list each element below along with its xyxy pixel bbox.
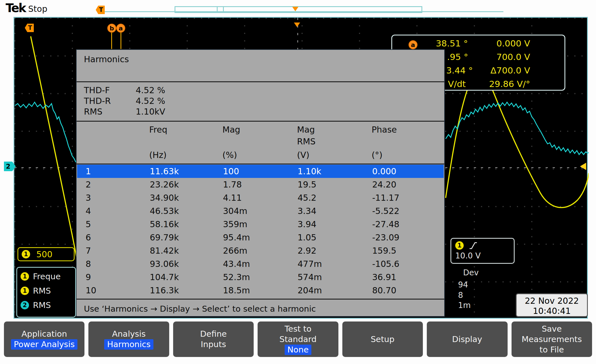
col-unit-magrms: (V)	[297, 150, 309, 160]
col-unit-mag: (%)	[222, 150, 237, 160]
softkey-test-to-standard[interactable]: Test to Standard None	[258, 321, 338, 357]
measurement-item: 1 RMS	[21, 286, 75, 296]
harmonic-freq: 11.63k	[150, 166, 223, 176]
datetime-box: 22 Nov 2022 10:40:41	[516, 293, 588, 317]
ch1-scale-box: 1 500	[17, 247, 75, 261]
softkey-value: Power Analysis	[11, 339, 77, 350]
harmonic-row[interactable]: 8 93.06k 43.4m 477m -105.6	[77, 257, 444, 271]
softkey-save-measurements[interactable]: Save Measurements to File	[512, 321, 592, 357]
harmonic-index: 2	[86, 180, 150, 189]
harmonic-index: 7	[86, 246, 150, 256]
softkey-label: Setup	[371, 334, 394, 345]
overview-tick	[223, 7, 224, 12]
cursor-value: 700.0 V	[460, 52, 530, 62]
harmonic-mag: 1.78	[223, 180, 298, 189]
col-header-magrms: RMS	[297, 137, 316, 146]
trigger-level-value: 10.0 V	[455, 251, 514, 260]
softkey-display[interactable]: Display	[427, 321, 507, 357]
harmonic-index: 8	[86, 259, 150, 269]
softkey-analysis[interactable]: Analysis Harmonics	[88, 321, 169, 357]
ch1-badge: 1	[22, 250, 30, 258]
softkey-label: Test to	[285, 324, 311, 334]
harmonic-freq: 93.06k	[150, 259, 223, 269]
softkey-label: Standard	[280, 334, 317, 345]
harmonic-magrms: 1.10k	[298, 166, 372, 176]
trigger-level-arrow-icon[interactable]	[580, 163, 586, 170]
harmonic-phase: 80.70	[372, 285, 444, 295]
softkey-label: Application	[21, 329, 67, 339]
trigger-tag-icon[interactable]: T	[96, 6, 105, 14]
harmonic-mag: 52.3m	[223, 272, 298, 282]
harmonic-row[interactable]: 7 81.42k 266m 2.92 159.5	[77, 244, 444, 257]
rms-label: RMS	[84, 107, 102, 117]
clipped-stat-text: 8	[458, 291, 463, 300]
col-header-magrms: Mag	[297, 125, 315, 135]
zoom-window-indicator[interactable]	[175, 6, 422, 13]
harmonic-mag: 359m	[223, 219, 298, 229]
harmonic-freq: 34.90k	[150, 193, 223, 203]
harmonic-freq: 23.26k	[150, 180, 223, 189]
softkey-label: Define	[200, 329, 227, 339]
ch1-scale-value: 500	[36, 249, 52, 259]
harmonic-magrms: 19.5	[298, 180, 372, 189]
cursor-b-line[interactable]	[111, 33, 112, 49]
clipped-stat-text: 1m	[458, 301, 471, 310]
softkey-value: Harmonics	[104, 339, 153, 350]
waveform-ch1	[446, 70, 589, 207]
measurement-item: 1 Freque	[21, 272, 75, 281]
cursor-a-marker[interactable]: a	[116, 24, 125, 33]
softkey-define-inputs[interactable]: Define Inputs	[173, 321, 254, 357]
harmonic-phase: -5.522	[372, 206, 444, 216]
harmonic-row[interactable]: 5 58.16k 359m 3.94 -27.48	[77, 218, 444, 231]
time-text: 10:40:41	[517, 306, 587, 316]
col-header-mag: Mag	[222, 125, 240, 135]
harmonic-freq: 58.16k	[150, 219, 223, 229]
harmonic-freq: 69.79k	[150, 233, 223, 242]
harmonic-row[interactable]: 4 46.53k 304m 3.34 -5.522	[77, 204, 444, 218]
harmonic-mag: 4.11	[223, 193, 298, 203]
harmonic-magrms: 574m	[298, 272, 372, 282]
harmonics-table: 1 11.63k 100 1.10k 0.000 2 23.26k 1.78 1…	[77, 165, 444, 297]
col-unit-phase: (°)	[372, 150, 382, 160]
harmonic-row[interactable]: 9 104.7k 52.3m 574m 36.91	[77, 271, 444, 284]
thd-r-value: 4.52 %	[136, 96, 165, 106]
harmonic-index: 5	[86, 219, 150, 229]
harmonic-row[interactable]: 2 23.26k 1.78 19.5 24.20	[77, 178, 444, 191]
softkey-application[interactable]: Application Power Analysis	[4, 321, 84, 357]
harmonic-mag: 43.4m	[223, 259, 298, 269]
harmonic-magrms: 3.94	[298, 219, 372, 229]
harmonic-index: 4	[86, 206, 150, 216]
cursor-value: Δ700.0 V	[460, 65, 530, 75]
harmonic-phase: -105.6	[372, 259, 444, 269]
harmonic-index: 3	[86, 193, 150, 203]
panel-title: Harmonics	[84, 54, 129, 64]
harmonic-row[interactable]: 1 11.63k 100 1.10k 0.000	[77, 165, 444, 178]
cursor-b-marker[interactable]: b	[107, 24, 116, 33]
harmonic-row[interactable]: 3 34.90k 4.11 45.2 -11.17	[77, 191, 444, 204]
softkey-setup[interactable]: Setup	[342, 321, 423, 357]
softkey-label: Measurements	[522, 334, 582, 345]
cursor-a-line[interactable]	[120, 33, 121, 49]
ch1-badge: 1	[21, 272, 29, 281]
divider	[77, 299, 444, 300]
trigger-position-icon[interactable]	[294, 23, 300, 27]
date-text: 22 Nov 2022	[517, 296, 587, 306]
acquisition-status: Stop	[28, 4, 47, 14]
harmonic-magrms: 477m	[298, 259, 372, 269]
harmonic-mag: 304m	[223, 206, 298, 216]
harmonic-row[interactable]: 6 69.79k 95.4m 1.05 -23.09	[77, 231, 444, 244]
harmonic-mag: 100	[223, 166, 298, 176]
trigger-position-icon[interactable]	[292, 7, 298, 11]
harmonic-row[interactable]: 10 116.3k 18.5m 204m 80.70	[77, 284, 444, 297]
col-header-phase: Phase	[372, 125, 397, 135]
tek-logo: Tek	[6, 1, 26, 15]
harmonic-magrms: 2.92	[298, 246, 372, 256]
ch1-badge: 1	[455, 241, 464, 250]
harmonic-mag: 18.5m	[223, 285, 298, 295]
harmonic-mag: 266m	[223, 246, 298, 256]
harmonic-index: 1	[86, 166, 150, 176]
divider	[77, 164, 444, 164]
cursor-a-badge: a	[409, 40, 418, 49]
trigger-info-box: 1 10.0 V	[450, 238, 515, 264]
harmonics-hint-text: Use ‘Harmonics → Display → Select’ to se…	[84, 304, 316, 314]
